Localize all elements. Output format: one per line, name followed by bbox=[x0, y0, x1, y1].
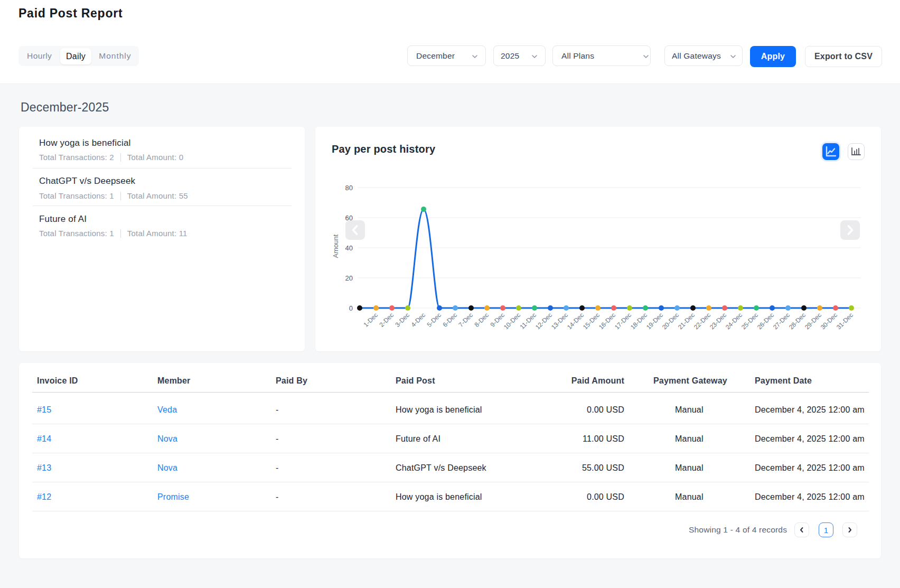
svg-text:0: 0 bbox=[349, 304, 353, 312]
svg-text:17-Dec: 17-Dec bbox=[613, 311, 633, 331]
svg-text:12-Dec: 12-Dec bbox=[534, 311, 554, 331]
svg-text:29-Dec: 29-Dec bbox=[803, 311, 823, 331]
svg-text:20-Dec: 20-Dec bbox=[661, 311, 680, 331]
svg-text:25-Dec: 25-Dec bbox=[740, 311, 760, 331]
svg-text:19-Dec: 19-Dec bbox=[645, 311, 664, 331]
svg-text:18-Dec: 18-Dec bbox=[629, 311, 649, 331]
svg-text:8-Dec: 8-Dec bbox=[473, 311, 491, 329]
svg-text:5-Dec: 5-Dec bbox=[426, 311, 443, 329]
svg-text:80: 80 bbox=[345, 184, 353, 192]
svg-text:13-Dec: 13-Dec bbox=[550, 311, 569, 331]
svg-text:7-Dec: 7-Dec bbox=[457, 311, 475, 329]
svg-text:40: 40 bbox=[345, 244, 353, 252]
svg-text:4-Dec: 4-Dec bbox=[410, 311, 427, 329]
svg-text:22-Dec: 22-Dec bbox=[692, 311, 712, 331]
svg-text:15-Dec: 15-Dec bbox=[582, 311, 601, 331]
svg-text:30-Dec: 30-Dec bbox=[819, 311, 839, 331]
svg-text:21-Dec: 21-Dec bbox=[677, 311, 696, 331]
svg-text:Amount: Amount bbox=[332, 234, 340, 258]
svg-text:16-Dec: 16-Dec bbox=[597, 311, 617, 331]
svg-text:3-Dec: 3-Dec bbox=[394, 311, 411, 329]
svg-text:1-Dec: 1-Dec bbox=[362, 311, 380, 329]
svg-text:31-Dec: 31-Dec bbox=[835, 311, 855, 331]
svg-text:14-Dec: 14-Dec bbox=[566, 311, 585, 331]
svg-text:23-Dec: 23-Dec bbox=[708, 311, 728, 331]
svg-text:10-Dec: 10-Dec bbox=[502, 311, 522, 331]
svg-text:28-Dec: 28-Dec bbox=[788, 311, 807, 331]
svg-text:2-Dec: 2-Dec bbox=[378, 311, 396, 329]
svg-text:27-Dec: 27-Dec bbox=[772, 311, 791, 331]
svg-text:6-Dec: 6-Dec bbox=[442, 311, 459, 329]
svg-text:11-Dec: 11-Dec bbox=[518, 311, 538, 331]
svg-text:20: 20 bbox=[345, 274, 353, 282]
svg-text:24-Dec: 24-Dec bbox=[724, 311, 744, 331]
svg-text:26-Dec: 26-Dec bbox=[756, 311, 775, 331]
